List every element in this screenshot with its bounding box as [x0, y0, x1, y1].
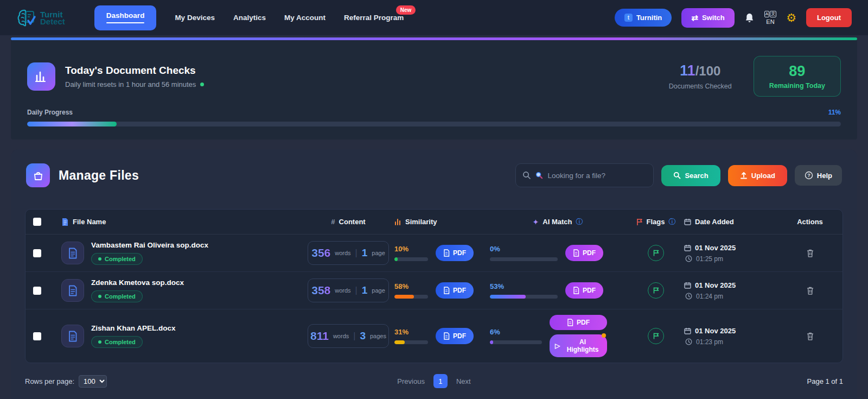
page-count: 1: [362, 247, 368, 259]
help-button[interactable]: ? Help: [795, 165, 842, 186]
date-added: 01 Nov 2025: [684, 327, 785, 335]
page-count: 1: [362, 284, 368, 296]
date-added: 01 Nov 2025: [684, 244, 785, 252]
previous-page-button[interactable]: Previous: [397, 377, 425, 385]
files-section-title: Manage Files: [59, 168, 139, 183]
time-added: 01:25 pm: [684, 255, 785, 263]
table-footer: Rows per page: 100 Previous 1 Next Page …: [11, 363, 857, 399]
daily-reset-text: Daily limit resets in 1 hour and 56 minu…: [65, 80, 204, 88]
hash-icon: #: [331, 218, 335, 226]
row-checkbox[interactable]: [33, 287, 41, 295]
current-page-button[interactable]: 1: [433, 374, 448, 388]
flag-report-button[interactable]: [648, 282, 664, 299]
similarity-bar-fill: [394, 257, 398, 261]
word-count: 356: [311, 246, 330, 259]
remaining-label: Remaining Today: [769, 82, 825, 90]
ai-bar: [490, 295, 558, 299]
turnitin-button[interactable]: t Turnitin: [615, 9, 672, 27]
rows-per-page-select[interactable]: 100: [79, 375, 107, 388]
translate-icon: A文: [764, 11, 776, 17]
ai-pdf-button[interactable]: PDF: [565, 245, 603, 261]
ai-pdf-button[interactable]: PDF: [550, 315, 607, 330]
logout-button[interactable]: Logout: [806, 8, 852, 27]
status-dot: [98, 340, 101, 344]
similarity-percent: 58%: [394, 282, 428, 290]
search-icon: [522, 171, 531, 180]
switch-button[interactable]: ⇄ Switch: [681, 8, 734, 28]
ai-percent: 6%: [490, 328, 542, 336]
search-input[interactable]: [547, 172, 647, 180]
table-row: Zishan Khan APEL.docx Completed 811 word…: [25, 309, 843, 363]
daily-progress-label: Daily Progress: [27, 109, 73, 116]
col-date-added: Date Added: [684, 218, 785, 226]
document-icon: [61, 242, 84, 264]
similarity-bar-fill: [394, 295, 414, 299]
file-name[interactable]: Zdenka Kmetova sop.docx: [91, 278, 184, 287]
ai-pdf-button[interactable]: PDF: [565, 282, 603, 299]
flag-report-button[interactable]: [648, 328, 664, 344]
app-logo[interactable]: Turnit Detect: [16, 8, 65, 28]
flag-report-button[interactable]: [648, 245, 664, 261]
row-checkbox[interactable]: [33, 249, 41, 257]
daily-checks-card: Today's Document Checks Daily limit rese…: [11, 37, 857, 140]
live-status-dot: [200, 83, 204, 86]
file-name[interactable]: Zishan Khan APEL.docx: [91, 324, 176, 332]
documents-checked-counter: 11/100 Documents Checked: [669, 62, 732, 90]
nav-item-my-account[interactable]: My Account: [284, 14, 326, 22]
flags-info-icon[interactable]: ⓘ: [668, 217, 675, 227]
ai-percent: 53%: [490, 282, 558, 290]
file-name[interactable]: Vambastem Rai Oliveira sop.docx: [91, 241, 208, 249]
similarity-pdf-button[interactable]: PDF: [436, 328, 474, 344]
time-added: 01:24 pm: [684, 293, 785, 300]
language-code: EN: [766, 18, 774, 25]
ai-info-icon[interactable]: ⓘ: [576, 217, 583, 227]
language-button[interactable]: A文 EN: [764, 11, 776, 25]
content-stats: 811 words | 3 pages: [308, 324, 389, 348]
similarity-bar: [394, 340, 428, 344]
ai-highlights-button[interactable]: ▷ AI Highlights: [550, 334, 607, 357]
delete-button[interactable]: [806, 249, 814, 258]
similarity-pdf-button[interactable]: PDF: [436, 245, 474, 261]
row-checkbox[interactable]: [33, 332, 41, 340]
divider: |: [353, 331, 355, 341]
select-all-checkbox[interactable]: [33, 218, 41, 226]
rows-per-page-label: Rows per page:: [25, 377, 74, 385]
active-underline: [106, 22, 145, 23]
col-actions: Actions: [785, 218, 835, 226]
nav-item-my-devices[interactable]: My Devices: [175, 14, 215, 22]
delete-button[interactable]: [806, 286, 814, 295]
delete-button[interactable]: [806, 332, 814, 341]
similarity-percent: 31%: [394, 328, 428, 336]
similarity-pdf-button[interactable]: PDF: [436, 282, 474, 299]
word-count: 358: [311, 284, 330, 297]
nav-item-analytics[interactable]: Analytics: [233, 14, 266, 22]
manage-files-card: Manage Files: [11, 149, 857, 399]
nav-item-dashboard[interactable]: Dashboard: [94, 5, 157, 30]
col-content: # Content: [302, 218, 394, 226]
divider: |: [355, 248, 358, 258]
gear-icon: ⚙: [786, 12, 796, 23]
daily-progress-bar: [27, 122, 841, 126]
similarity-bar-fill: [394, 340, 405, 344]
next-page-button[interactable]: Next: [456, 377, 471, 385]
turnitin-icon: t: [624, 14, 633, 22]
nav-item-referral-program[interactable]: Referral Program New: [344, 14, 404, 22]
settings-button[interactable]: ⚙: [786, 12, 796, 23]
search-button-icon: [673, 172, 681, 179]
upload-button[interactable]: Upload: [728, 165, 787, 186]
new-badge: New: [396, 5, 416, 15]
ai-spark-icon: ✦: [533, 218, 539, 226]
table-header-row: File Name # Content Similarity ✦ AI Matc…: [25, 210, 843, 235]
notifications-button[interactable]: [744, 12, 755, 23]
search-button[interactable]: Search: [661, 165, 720, 186]
ai-bar: [490, 340, 542, 344]
ai-percent: 0%: [490, 245, 558, 253]
date-added: 01 Nov 2025: [684, 281, 785, 289]
bell-icon: [744, 12, 755, 23]
col-similarity: Similarity: [394, 218, 488, 226]
page-count: 3: [360, 330, 366, 342]
status-badge: Completed: [91, 336, 143, 348]
ai-bar-fill: [490, 295, 526, 299]
remaining-count: 89: [769, 63, 825, 80]
brain-check-logo-icon: [16, 8, 38, 28]
